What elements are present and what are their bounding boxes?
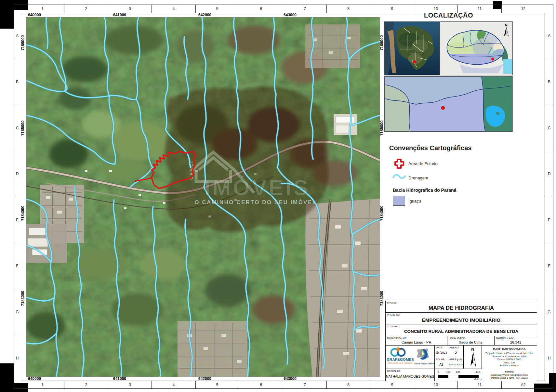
data-label: DATA: bbox=[436, 346, 443, 349]
titleblock-titular: TITULAR: CONCEITO RURAL ADMINISTRADORA D… bbox=[385, 324, 537, 336]
titleblock-matricula: MATRÍCULA Nº: 26.341 bbox=[494, 336, 537, 346]
grafgomes-logo: GRAF&GOMES GEOLOGIA E MEIO AMBIENTE bbox=[387, 347, 414, 366]
y-coord-label: 7184000 bbox=[379, 200, 384, 227]
grid-band-right: A B C D E F G H bbox=[545, 13, 553, 381]
projeto-value: EMPREENDIMENTO IMOBILIÁRIO bbox=[386, 317, 537, 323]
study-area-icon bbox=[393, 157, 406, 170]
grid-cell: H bbox=[545, 335, 553, 381]
grid-cell: 7 bbox=[283, 5, 326, 13]
grid-cell: D bbox=[14, 151, 21, 197]
scale-tick: 440 bbox=[476, 371, 480, 373]
grid-cell: B bbox=[14, 59, 21, 105]
grid-cell: D bbox=[545, 151, 553, 197]
grid-cell: E bbox=[14, 197, 21, 243]
grid-cell: C bbox=[14, 105, 21, 151]
fontes-lines: Fontes: Basemap: World Topographic Map I… bbox=[483, 370, 536, 380]
x-coord-label: 643000 bbox=[276, 13, 304, 17]
scale-tick: 0 bbox=[438, 371, 439, 373]
desenho-label: DESENHO: bbox=[387, 370, 401, 372]
x-coord-label: 641000 bbox=[106, 13, 133, 17]
grid-cell: G bbox=[14, 289, 21, 335]
basin-swatch-iguacu bbox=[393, 196, 405, 206]
anexo-label: ANEXO: bbox=[449, 346, 459, 349]
grid-cell: 5 bbox=[195, 381, 239, 389]
localizacao-title: LOCALIZAÇÃO bbox=[384, 12, 513, 19]
scale-unit: Metros bbox=[474, 378, 482, 381]
main-map: CRECI IMÓVEIS O CAMINHO CERTO DO SEU IMÓ… bbox=[26, 17, 380, 377]
grid-cell: 6 bbox=[239, 5, 283, 13]
grid-cell: H bbox=[14, 335, 21, 381]
matricula-label: MATRÍCULA Nº: bbox=[496, 337, 515, 340]
y-coord-label: 7185000 bbox=[20, 114, 25, 142]
corner-mark-bottom-left bbox=[0, 363, 14, 383]
grid-cell: F bbox=[14, 243, 21, 289]
base-heading: BASE CARTOGRÁFICA bbox=[482, 347, 537, 351]
y-coord-label: 7183000 bbox=[20, 285, 25, 312]
grid-cell: 2 bbox=[64, 5, 108, 13]
grid-cell: 3 bbox=[108, 381, 152, 389]
grid-cell: 6 bbox=[239, 381, 283, 389]
grid-cell: C bbox=[545, 105, 553, 151]
titleblock-localidade: LOCALIDADE: Itaqui de Cima bbox=[447, 336, 495, 346]
svg-text:N: N bbox=[505, 23, 508, 27]
map-sheet: 1 2 3 4 5 6 7 8 9 10 11 12 1 2 3 4 5 6 7… bbox=[0, 0, 556, 392]
floriano-logo: Floriano Serviços Ambientais bbox=[414, 346, 435, 366]
titleblock-data: DATA: abr/2023 bbox=[434, 345, 448, 357]
x-coord-label: 640000 bbox=[21, 13, 48, 17]
y-coord-label: 7184000 bbox=[20, 200, 25, 227]
x-coord-label: 642000 bbox=[191, 13, 218, 17]
grid-cell: 4 bbox=[152, 5, 195, 13]
watermark-brand: IMÓVEIS bbox=[204, 175, 310, 200]
grid-cell: 2 bbox=[64, 381, 108, 389]
grid-cell: 10 bbox=[414, 381, 457, 389]
desenho-value: NATHÁLIA MARQUES GOMES bbox=[386, 374, 434, 378]
basin-heading: Bacia Hidrografica do Paraná bbox=[393, 188, 456, 193]
municipio-label: MUNICÍPIO - UF: bbox=[387, 337, 407, 340]
area-value: 130.075,002 bbox=[448, 363, 463, 366]
titulo-label: TÍTULO: bbox=[387, 302, 397, 305]
titleblock-municipio: MUNICÍPIO - UF: Campo Largo - PR bbox=[385, 336, 447, 346]
grid-cell: B bbox=[545, 59, 553, 105]
titular-value: CONCEITO RURAL ADMINISTRADORA DE BENS LT… bbox=[386, 329, 537, 334]
base-lines: Projeção: Universal Transversa de Mercat… bbox=[483, 352, 536, 367]
titleblock-projeto: PROJETO: EMPREENDIMENTO IMOBILIÁRIO bbox=[385, 312, 537, 325]
scale-bar bbox=[438, 375, 479, 378]
matricula-value: 26.341 bbox=[495, 340, 537, 344]
grid-cell: 8 bbox=[326, 5, 370, 13]
grid-cell: A2 bbox=[501, 381, 545, 389]
titleblock-anexo: ANEXO: 5 bbox=[448, 345, 464, 357]
projeto-label: PROJETO: bbox=[387, 313, 400, 316]
grid-cell: A bbox=[14, 13, 21, 59]
titleblock-scalebar: 0 110 220 440 Metros bbox=[434, 369, 482, 381]
corner-mark-top-left-2 bbox=[0, 10, 14, 29]
data-value: abr/2023 bbox=[435, 351, 448, 354]
grid-band-left: A B C D E F G H bbox=[14, 13, 21, 381]
grid-cell: E bbox=[545, 197, 553, 243]
titular-label: TITULAR: bbox=[387, 325, 399, 328]
grid-cell: 1 bbox=[21, 5, 64, 13]
drainage-icon bbox=[392, 173, 406, 181]
grid-cell: 3 bbox=[108, 5, 152, 13]
fontes-heading: Fontes: bbox=[483, 370, 536, 373]
localidade-value: Itaqui de Cima bbox=[447, 340, 495, 344]
localidade-label: LOCALIDADE: bbox=[449, 337, 466, 340]
svg-text:GEOLOGIA E MEIO AMBIENTE: GEOLOGIA E MEIO AMBIENTE bbox=[388, 362, 412, 364]
scale-tick: 220 bbox=[456, 371, 460, 373]
area-label: ÁREA (m²): bbox=[449, 358, 462, 361]
titleblock-area: ÁREA (m²): 130.075,002 bbox=[448, 357, 464, 369]
grid-cell: G bbox=[545, 289, 553, 335]
location-dot-brazil bbox=[413, 60, 416, 64]
location-dot-zoom bbox=[441, 106, 445, 110]
anexo-value: 5 bbox=[448, 350, 463, 355]
svg-text:GRAF&GOMES: GRAF&GOMES bbox=[387, 358, 414, 361]
y-coord-label: 7185000 bbox=[379, 114, 384, 142]
grid-band-bottom: 1 2 3 4 5 6 7 8 9 10 11 A2 bbox=[21, 381, 545, 389]
north-label: N bbox=[464, 347, 482, 352]
folha-label: FOLHA: bbox=[436, 358, 445, 361]
grid-cell: 8 bbox=[326, 381, 370, 389]
inset-map-basin-zoom bbox=[384, 76, 513, 132]
titleblock-folha: FOLHA: A2 bbox=[434, 357, 448, 369]
titleblock-north: N bbox=[463, 345, 482, 369]
grid-cell: 11 bbox=[457, 381, 501, 389]
north-arrow bbox=[470, 352, 476, 366]
